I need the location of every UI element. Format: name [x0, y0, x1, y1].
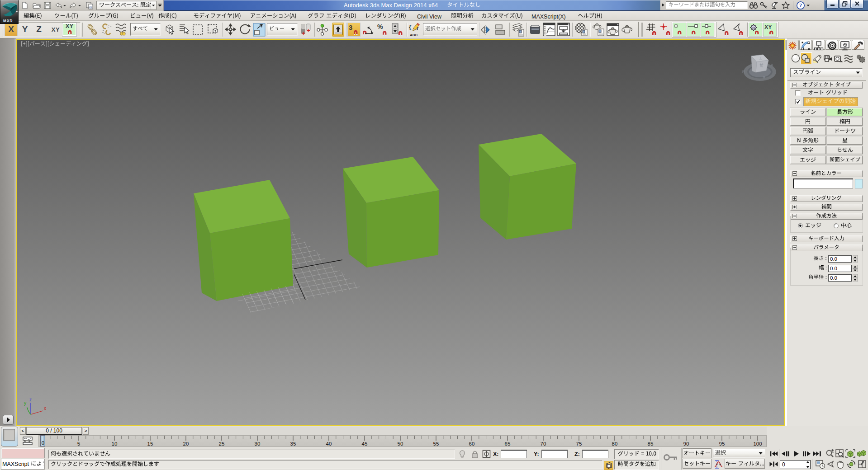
- svg-text:60: 60: [469, 441, 475, 446]
- svg-text:XY: XY: [764, 24, 772, 30]
- svg-text:%: %: [377, 23, 383, 30]
- svg-text:40: 40: [326, 441, 332, 446]
- svg-text:y: y: [24, 401, 26, 406]
- svg-text:10: 10: [112, 441, 118, 446]
- svg-text:95: 95: [719, 441, 725, 446]
- svg-text:75: 75: [576, 441, 582, 446]
- svg-text:90: 90: [683, 441, 689, 446]
- svg-text:x: x: [44, 406, 46, 411]
- svg-text:65: 65: [505, 441, 511, 446]
- svg-text:80: 80: [612, 441, 618, 446]
- svg-text:100: 100: [753, 441, 762, 446]
- svg-text:50: 50: [398, 441, 403, 446]
- svg-text:70: 70: [541, 441, 546, 446]
- svg-text:85: 85: [648, 441, 654, 446]
- svg-text:30: 30: [255, 441, 261, 446]
- svg-text:ABC: ABC: [410, 33, 418, 37]
- svg-text:15: 15: [147, 441, 153, 446]
- svg-text:5: 5: [77, 441, 80, 446]
- svg-text:20: 20: [183, 441, 189, 446]
- svg-text:55: 55: [433, 441, 439, 446]
- svg-text:35: 35: [290, 441, 296, 446]
- svg-text:?: ?: [799, 2, 802, 9]
- svg-text:45: 45: [362, 441, 368, 446]
- svg-text:25: 25: [219, 441, 225, 446]
- svg-text:z: z: [29, 397, 32, 402]
